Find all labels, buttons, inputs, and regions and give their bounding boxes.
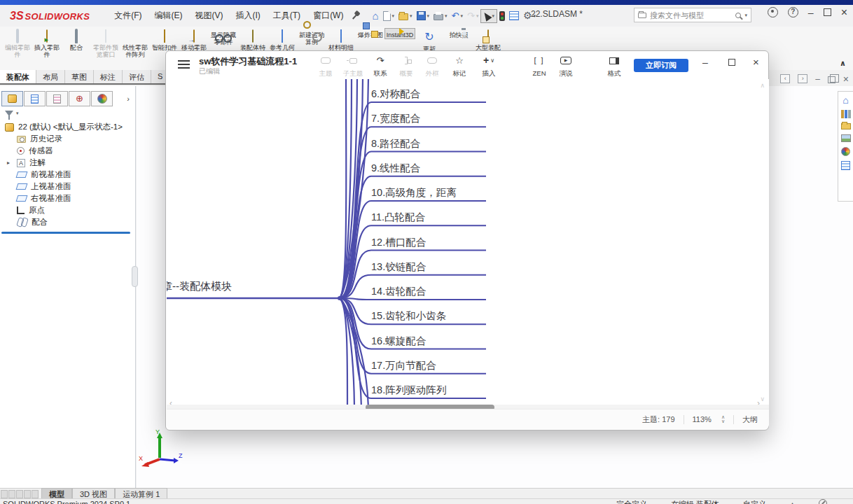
display-manager-tab[interactable] bbox=[91, 91, 113, 106]
tab-1[interactable]: 布局 bbox=[36, 70, 65, 83]
cmd-snapshot-button[interactable]: 拍快照 bbox=[444, 29, 473, 38]
home-icon[interactable]: ⌂ bbox=[370, 8, 380, 23]
subscribe-button[interactable]: 立即订阅 bbox=[634, 59, 688, 72]
filter-funnel-icon[interactable] bbox=[5, 111, 13, 116]
map-branch-label[interactable]: 15.齿轮和小齿条 bbox=[371, 310, 446, 321]
menu-item-0[interactable]: 文件(F) bbox=[108, 7, 148, 24]
xmind-close-button[interactable]: × bbox=[753, 56, 759, 68]
xmind-format-button[interactable]: 格式 bbox=[600, 55, 628, 78]
map-branch-label[interactable]: 14.齿轮配合 bbox=[371, 286, 426, 297]
cmd-insert-component-button[interactable]: 插入零部件 bbox=[32, 29, 62, 58]
print-icon[interactable]: ▾ bbox=[431, 10, 450, 22]
doc-tab-2[interactable]: 运动算例 1 bbox=[115, 488, 167, 498]
open-icon[interactable]: ▾ bbox=[396, 9, 415, 22]
cmd-instant3d-button[interactable]: Instant3D bbox=[385, 29, 415, 38]
save-icon[interactable]: ▾ bbox=[415, 9, 432, 22]
menu-item-4[interactable]: 工具(T) bbox=[267, 7, 307, 24]
close-button[interactable]: × bbox=[841, 8, 847, 17]
dropdown-caret-icon[interactable]: ▾ bbox=[476, 13, 479, 19]
pin-menubar-icon[interactable] bbox=[351, 10, 362, 22]
home-icon[interactable]: ⌂ bbox=[842, 95, 848, 105]
tree-row[interactable]: 传感器 bbox=[0, 145, 135, 157]
account-icon[interactable] bbox=[768, 7, 778, 18]
panel-expand-chevron-icon[interactable]: › bbox=[123, 94, 134, 103]
dropdown-caret-icon[interactable]: ▾ bbox=[410, 13, 412, 19]
child-restore-icon[interactable] bbox=[828, 76, 835, 83]
doc-tab-1[interactable]: 3D 视图 bbox=[72, 488, 115, 498]
xmind-maximize-button[interactable] bbox=[728, 59, 735, 66]
vertical-scroll-up-icon[interactable]: ∧ bbox=[760, 82, 765, 89]
select-cursor-icon[interactable]: ▾ bbox=[480, 9, 497, 23]
filter-caret-icon[interactable]: ▾ bbox=[16, 111, 19, 116]
next-window-icon[interactable]: › bbox=[798, 74, 807, 83]
map-branch-label[interactable]: 8.路径配合 bbox=[371, 138, 421, 149]
zoom-stepper[interactable]: ∧∨ bbox=[721, 415, 725, 424]
map-branch-label[interactable]: 11.凸轮配合 bbox=[371, 211, 426, 223]
redo-icon[interactable]: ↷▾ bbox=[465, 9, 480, 23]
search-icon[interactable] bbox=[735, 13, 741, 18]
tree-row[interactable]: 上视基准面 bbox=[0, 181, 135, 192]
undo-icon[interactable]: ↶▾ bbox=[450, 9, 465, 23]
child-minimize-icon[interactable]: – bbox=[815, 76, 820, 82]
xmind-zen-button[interactable]: [ ]ZEN bbox=[525, 55, 553, 78]
search-dropdown-caret-icon[interactable]: ▾ bbox=[744, 13, 747, 18]
menu-item-3[interactable]: 插入(I) bbox=[229, 7, 266, 24]
mind-map-canvas[interactable]: 章--装配体模块 6.对称配合7.宽度配合8.路径配合9.线性配合10.高级角度… bbox=[167, 79, 769, 405]
menu-item-5[interactable]: 窗口(W) bbox=[307, 7, 349, 24]
zoom-down-icon[interactable]: ∨ bbox=[721, 419, 725, 424]
tab-4[interactable]: 评估 bbox=[123, 70, 151, 83]
central-topic-label[interactable]: 章--装配体模块 bbox=[167, 280, 232, 292]
map-branch-label[interactable]: 12.槽口配合 bbox=[371, 237, 426, 248]
cmd-new-motion-study-button[interactable]: 新建运动算例 bbox=[297, 29, 326, 46]
new-document-icon[interactable]: ▾ bbox=[381, 9, 397, 23]
map-branch-label[interactable]: 10.高级角度，距离 bbox=[371, 187, 457, 198]
dropdown-caret-icon[interactable]: ▾ bbox=[445, 13, 448, 19]
search-scope-folder-icon[interactable] bbox=[638, 13, 646, 18]
xmind-minimize-button[interactable]: – bbox=[702, 57, 708, 68]
tree-row[interactable]: 前视基准面 bbox=[0, 169, 135, 181]
status-expand-icon[interactable]: ▲ bbox=[790, 499, 795, 504]
rollback-bar[interactable] bbox=[1, 232, 130, 234]
tab-scroll-segments[interactable] bbox=[1, 490, 39, 498]
menu-item-1[interactable]: 编辑(E) bbox=[148, 7, 188, 24]
panel-splitter-handle[interactable] bbox=[132, 266, 138, 287]
doc-tab-0[interactable]: 模型 bbox=[41, 488, 72, 498]
feature-tree-tab[interactable] bbox=[1, 91, 23, 106]
configuration-manager-tab[interactable] bbox=[46, 91, 68, 106]
tree-row[interactable]: 历史记录 bbox=[0, 133, 135, 145]
cmd-edit-component-button[interactable]: 编辑零部件 bbox=[3, 29, 32, 58]
maximize-button[interactable] bbox=[824, 8, 831, 16]
tree-row[interactable]: 配合 bbox=[0, 216, 135, 228]
search-box[interactable]: ▾ bbox=[634, 8, 751, 22]
cmd-exploded-view-button[interactable]: 爆炸视图 bbox=[356, 29, 385, 38]
tree-row[interactable]: ▸注解 bbox=[0, 157, 135, 169]
xmind-marker-button[interactable]: ☆标记 bbox=[445, 55, 473, 78]
hamburger-menu-icon[interactable] bbox=[178, 60, 190, 69]
tab-2[interactable]: 草图 bbox=[65, 70, 94, 83]
vertical-scroll-down-icon[interactable]: ∨ bbox=[760, 396, 765, 402]
tab-3[interactable]: 标注 bbox=[94, 70, 123, 83]
tab-scroll-segment[interactable] bbox=[8, 490, 15, 498]
tab-scroll-segment[interactable] bbox=[24, 490, 31, 498]
map-branch-label[interactable]: 6.对称配合 bbox=[371, 88, 421, 99]
map-branch-label[interactable]: 18.阵列驱动阵列 bbox=[371, 384, 446, 396]
xmind-subtopic-button[interactable]: 子主题 bbox=[339, 55, 367, 78]
design-library-icon[interactable] bbox=[841, 110, 851, 118]
cmd-show-hidden-button[interactable]: 显示隐藏零部件 bbox=[209, 29, 238, 46]
map-branch-label[interactable]: 17.万向节配合 bbox=[371, 360, 436, 371]
property-manager-tab[interactable] bbox=[24, 91, 46, 106]
tab-scroll-segment[interactable] bbox=[32, 490, 39, 498]
cmd-smart-fasteners-button[interactable]: 智能扣件 bbox=[150, 29, 179, 51]
menu-item-2[interactable]: 视图(V) bbox=[188, 7, 229, 24]
dropdown-caret-icon[interactable]: ▾ bbox=[392, 13, 395, 19]
dropdown-caret-icon[interactable]: ▾ bbox=[460, 13, 463, 19]
dimxpert-manager-tab[interactable]: ⊕ bbox=[69, 91, 90, 106]
previous-window-icon[interactable]: ‹ bbox=[780, 74, 790, 83]
cmd-linear-pattern-button[interactable]: 线性零部件阵列 bbox=[120, 29, 150, 58]
dropdown-caret-icon[interactable]: ▾ bbox=[492, 13, 494, 19]
help-icon[interactable]: ? bbox=[788, 7, 798, 18]
tab-scroll-segment[interactable] bbox=[1, 490, 8, 498]
view-palette-icon[interactable] bbox=[841, 134, 851, 142]
map-branch-label[interactable]: 13.铰链配合 bbox=[371, 261, 426, 272]
expand-arrow-icon[interactable]: ▸ bbox=[7, 160, 10, 166]
